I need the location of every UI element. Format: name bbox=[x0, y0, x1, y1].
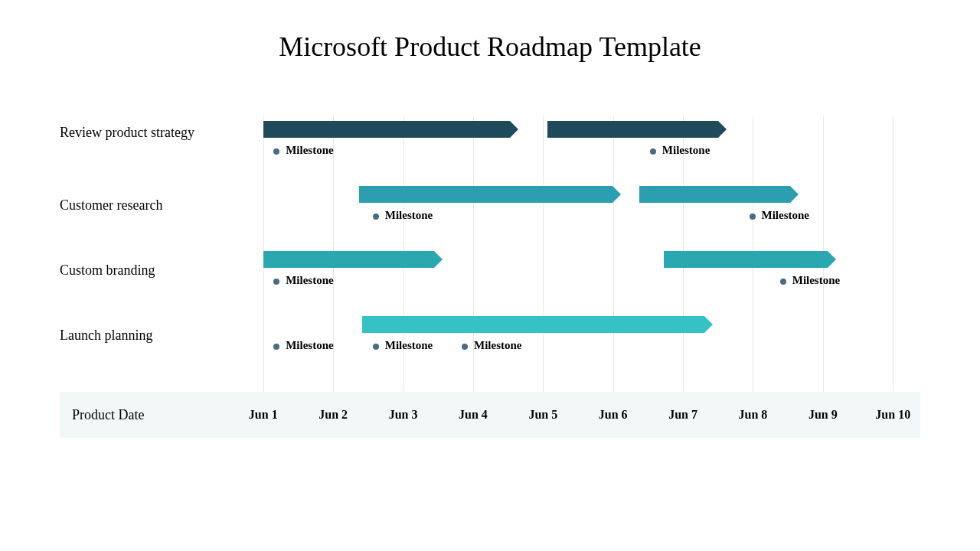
task-bar bbox=[547, 121, 719, 138]
dot-icon bbox=[273, 148, 279, 155]
axis-tick: Jun 3 bbox=[389, 408, 418, 422]
task-bar bbox=[263, 121, 510, 138]
milestone-marker: Milestone bbox=[462, 339, 521, 352]
row-review-product-strategy: Review product strategy Milestone Milest… bbox=[60, 116, 920, 181]
milestone-marker: Milestone bbox=[780, 274, 840, 287]
dot-icon bbox=[780, 279, 786, 285]
dot-icon bbox=[462, 344, 468, 350]
row-custom-branding: Custom branding Milestone Milestone bbox=[60, 246, 920, 311]
dot-icon bbox=[750, 214, 756, 220]
bar-track: Milestone Milestone Milestone bbox=[236, 311, 920, 377]
dot-icon bbox=[650, 148, 656, 155]
milestone-marker: Milestone bbox=[273, 274, 333, 287]
milestone-marker: Milestone bbox=[650, 144, 710, 157]
milestone-marker: Milestone bbox=[273, 339, 333, 352]
axis-tick: Jun 1 bbox=[249, 408, 278, 422]
date-axis: Product Date Jun 1Jun 2Jun 3Jun 4Jun 5Ju… bbox=[60, 392, 920, 438]
axis-tick: Jun 4 bbox=[459, 408, 488, 422]
task-bar bbox=[359, 186, 612, 203]
row-launch-planning: Launch planning Milestone Milestone Mile… bbox=[60, 311, 920, 377]
milestone-marker: Milestone bbox=[373, 209, 433, 222]
axis-title: Product Date bbox=[60, 407, 236, 423]
milestone-marker: Milestone bbox=[273, 144, 333, 157]
rows-container: Review product strategy Milestone Milest… bbox=[60, 116, 920, 392]
milestone-marker: Milestone bbox=[750, 209, 809, 222]
axis-tick: Jun 9 bbox=[808, 408, 838, 422]
task-bar bbox=[362, 316, 704, 333]
axis-tick: Jun 10 bbox=[875, 408, 910, 422]
axis-tick: Jun 2 bbox=[318, 408, 348, 422]
bar-track: Milestone Milestone bbox=[236, 181, 920, 246]
dot-icon bbox=[273, 344, 279, 350]
axis-tick: Jun 6 bbox=[599, 408, 628, 422]
dot-icon bbox=[273, 279, 279, 285]
axis-tick: Jun 5 bbox=[528, 408, 557, 422]
axis-ticks: Jun 1Jun 2Jun 3Jun 4Jun 5Jun 6Jun 7Jun 8… bbox=[236, 392, 920, 438]
axis-tick: Jun 7 bbox=[668, 408, 697, 422]
milestone-marker: Milestone bbox=[373, 339, 433, 352]
dot-icon bbox=[373, 344, 379, 350]
task-bar bbox=[639, 186, 790, 203]
slide-title: Microsoft Product Roadmap Template bbox=[31, 31, 949, 63]
dot-icon bbox=[373, 214, 379, 220]
bar-track: Milestone Milestone bbox=[236, 246, 920, 311]
axis-tick: Jun 8 bbox=[739, 408, 768, 422]
task-bar bbox=[263, 251, 435, 268]
row-label: Customer research bbox=[60, 197, 213, 214]
roadmap-slide: Microsoft Product Roadmap Template Revie… bbox=[0, 0, 980, 551]
bar-track: Milestone Milestone bbox=[236, 116, 920, 181]
row-label: Launch planning bbox=[60, 327, 213, 344]
roadmap-chart: Review product strategy Milestone Milest… bbox=[60, 116, 920, 438]
row-label: Custom branding bbox=[60, 262, 213, 279]
task-bar bbox=[664, 251, 828, 268]
row-label: Review product strategy bbox=[60, 124, 213, 142]
row-customer-research: Customer research Milestone Milestone bbox=[60, 181, 920, 246]
